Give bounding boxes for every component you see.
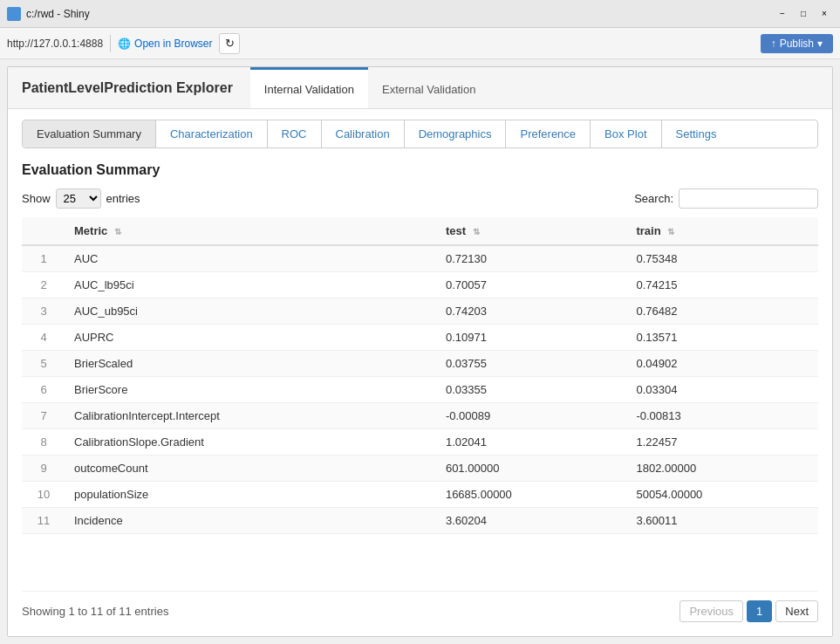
cell-test: 0.70057 bbox=[437, 272, 628, 298]
cell-num: 6 bbox=[22, 377, 65, 403]
browser-icon: 🌐 bbox=[118, 38, 131, 50]
cell-train: 0.76482 bbox=[627, 298, 818, 325]
table-row: 6BrierScore0.033550.03304 bbox=[22, 377, 818, 403]
table-footer: Showing 1 to 11 of 11 entries Previous 1… bbox=[22, 591, 818, 626]
table-row: 8CalibrationSlope.Gradient1.020411.22457 bbox=[22, 429, 818, 456]
train-sort-icon: ⇅ bbox=[667, 227, 674, 236]
col-train[interactable]: train ⇅ bbox=[627, 217, 818, 245]
show-label: Show bbox=[22, 192, 51, 205]
cell-train: 1802.00000 bbox=[627, 456, 818, 482]
titlebar: c:/rwd - Shiny − □ × bbox=[0, 0, 840, 28]
cell-metric: CalibrationSlope.Gradient bbox=[65, 429, 437, 456]
cell-metric: outcomeCount bbox=[65, 456, 437, 482]
cell-metric: populationSize bbox=[65, 482, 437, 508]
cell-test: 0.74203 bbox=[437, 298, 628, 325]
evaluation-table: Metric ⇅ test ⇅ train ⇅ 1AUC bbox=[22, 217, 818, 534]
cell-num: 11 bbox=[22, 508, 65, 534]
tab-boxplot[interactable]: Box Plot bbox=[591, 120, 661, 147]
cell-metric: AUC_lb95ci bbox=[65, 272, 437, 298]
publish-button[interactable]: ↑ Publish ▾ bbox=[761, 34, 833, 53]
table-header-row: Metric ⇅ test ⇅ train ⇅ bbox=[22, 217, 818, 245]
maximize-button[interactable]: □ bbox=[795, 5, 812, 23]
publish-icon: ↑ bbox=[771, 38, 776, 50]
cell-metric: AUC_ub95ci bbox=[65, 298, 437, 325]
page-1-button[interactable]: 1 bbox=[747, 600, 772, 622]
entries-label: entries bbox=[106, 192, 140, 205]
col-test[interactable]: test ⇅ bbox=[437, 217, 628, 245]
cell-train: 0.03304 bbox=[627, 377, 818, 403]
tab-calibration[interactable]: Calibration bbox=[322, 120, 405, 147]
col-num bbox=[22, 217, 65, 245]
cell-num: 5 bbox=[22, 351, 65, 377]
cell-num: 8 bbox=[22, 429, 65, 456]
previous-button[interactable]: Previous bbox=[680, 600, 743, 622]
cell-num: 3 bbox=[22, 298, 65, 325]
cell-train: 3.60011 bbox=[627, 508, 818, 534]
tab-demographics[interactable]: Demographics bbox=[405, 120, 507, 147]
cell-train: 0.75348 bbox=[627, 245, 818, 272]
search-input[interactable] bbox=[679, 188, 818, 209]
table-container: Metric ⇅ test ⇅ train ⇅ 1AUC bbox=[22, 217, 818, 587]
tab-settings[interactable]: Settings bbox=[662, 120, 731, 147]
toolbar-separator bbox=[110, 35, 111, 52]
nav-tab-external[interactable]: External Validation bbox=[368, 67, 489, 108]
table-row: 4AUPRC0.109710.13571 bbox=[22, 325, 818, 351]
publish-chevron-icon: ▾ bbox=[817, 38, 823, 50]
controls-row: Show 25 10 50 100 entries Search: bbox=[22, 188, 818, 209]
table-row: 3AUC_ub95ci0.742030.76482 bbox=[22, 298, 818, 325]
cell-train: 0.04902 bbox=[627, 351, 818, 377]
cell-test: 3.60204 bbox=[437, 508, 628, 534]
nav-tab-internal[interactable]: Internal Validation bbox=[250, 67, 368, 108]
show-entries-select[interactable]: 25 10 50 100 bbox=[56, 188, 101, 209]
app-icon bbox=[7, 7, 21, 21]
app-container: PatientLevelPrediction Explorer Internal… bbox=[7, 66, 833, 637]
table-row: 2AUC_lb95ci0.700570.74215 bbox=[22, 272, 818, 298]
sub-tabs: Evaluation Summary Characterization ROC … bbox=[22, 120, 818, 148]
cell-train: 0.13571 bbox=[627, 325, 818, 351]
table-row: 10populationSize16685.0000050054.00000 bbox=[22, 482, 818, 508]
cell-test: 0.72130 bbox=[437, 245, 628, 272]
pagination: Previous 1 Next bbox=[680, 600, 818, 622]
cell-metric: AUC bbox=[65, 245, 437, 272]
cell-test: 16685.00000 bbox=[437, 482, 628, 508]
content-area: Evaluation Summary Characterization ROC … bbox=[8, 109, 832, 636]
cell-test: 0.10971 bbox=[437, 325, 628, 351]
open-in-browser-link[interactable]: 🌐 Open in Browser bbox=[118, 38, 212, 50]
cell-metric: AUPRC bbox=[65, 325, 437, 351]
showing-info: Showing 1 to 11 of 11 entries bbox=[22, 605, 680, 618]
refresh-button[interactable]: ↻ bbox=[219, 33, 240, 54]
cell-metric: Incidence bbox=[65, 508, 437, 534]
section-heading: Evaluation Summary bbox=[22, 162, 818, 178]
open-browser-label: Open in Browser bbox=[134, 38, 212, 50]
table-row: 1AUC0.721300.75348 bbox=[22, 245, 818, 272]
test-sort-icon: ⇅ bbox=[473, 227, 480, 236]
tab-preference[interactable]: Preference bbox=[506, 120, 591, 147]
cell-num: 9 bbox=[22, 456, 65, 482]
cell-metric: BrierScaled bbox=[65, 351, 437, 377]
next-button[interactable]: Next bbox=[775, 600, 818, 622]
cell-num: 7 bbox=[22, 403, 65, 429]
tab-roc[interactable]: ROC bbox=[268, 120, 322, 147]
cell-num: 10 bbox=[22, 482, 65, 508]
cell-metric: BrierScore bbox=[65, 377, 437, 403]
window-controls: − □ × bbox=[774, 5, 833, 23]
cell-train: -0.00813 bbox=[627, 403, 818, 429]
cell-num: 4 bbox=[22, 325, 65, 351]
cell-test: 0.03355 bbox=[437, 377, 628, 403]
close-button[interactable]: × bbox=[816, 5, 833, 23]
table-row: 7CalibrationIntercept.Intercept-0.00089-… bbox=[22, 403, 818, 429]
cell-train: 0.74215 bbox=[627, 272, 818, 298]
cell-metric: CalibrationIntercept.Intercept bbox=[65, 403, 437, 429]
publish-label: Publish bbox=[780, 38, 814, 50]
cell-num: 1 bbox=[22, 245, 65, 272]
refresh-icon: ↻ bbox=[225, 37, 235, 50]
table-row: 11Incidence3.602043.60011 bbox=[22, 508, 818, 534]
toolbar: http://127.0.0.1:4888 🌐 Open in Browser … bbox=[0, 28, 840, 59]
cell-test: 1.02041 bbox=[437, 429, 628, 456]
cell-train: 1.22457 bbox=[627, 429, 818, 456]
app-header: PatientLevelPrediction Explorer Internal… bbox=[8, 67, 832, 109]
col-metric[interactable]: Metric ⇅ bbox=[65, 217, 437, 245]
minimize-button[interactable]: − bbox=[774, 5, 791, 23]
tab-evaluation-summary[interactable]: Evaluation Summary bbox=[23, 120, 156, 147]
tab-characterization[interactable]: Characterization bbox=[156, 120, 268, 147]
